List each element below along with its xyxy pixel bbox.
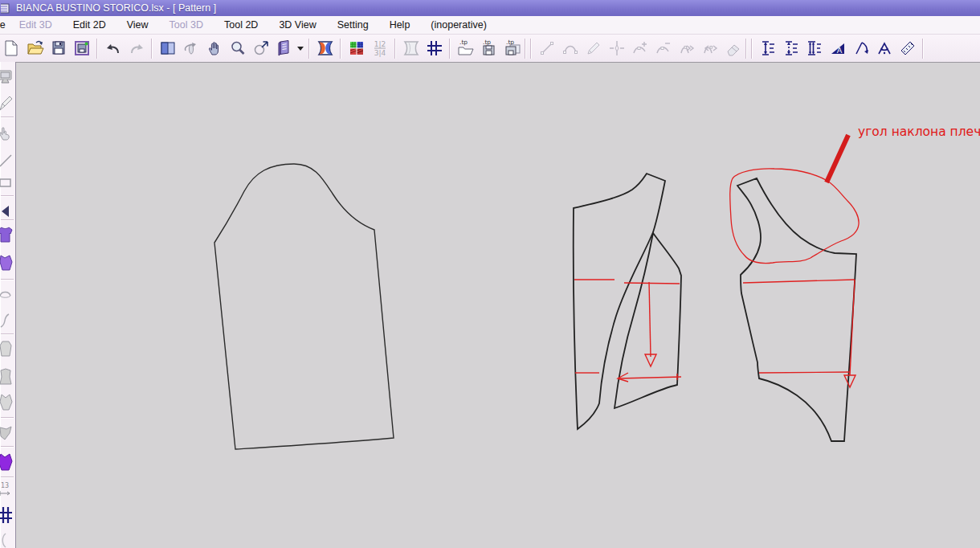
split-view-icon [159,39,177,57]
3d-panel-icon [316,39,334,57]
pattern-book-button[interactable] [272,37,296,59]
quad-view-button[interactable]: 1|2 3|4 [368,37,391,59]
toolbar-separator [96,39,98,59]
add-point-button[interactable] [628,37,651,59]
pan-hand-button[interactable] [202,37,226,59]
menu-item-view[interactable]: View [127,18,149,32]
menu-item-tool-3d[interactable]: Tool 3D [169,18,203,32]
menu-item-tool-2d[interactable]: Tool 2D [224,18,258,32]
main-toolbar: 1|2 3|4 .tp .tp .tp [0,35,980,62]
pattern-piece-front[interactable] [737,178,856,441]
pattern-piece-sleeve[interactable] [214,164,394,449]
sidebar-separator [1,333,14,335]
arc-measure-button[interactable] [872,37,896,59]
menu-item-edit-2d[interactable]: Edit 2D [73,18,106,32]
pointer-hand-icon [0,121,15,144]
measure-vertical-button[interactable] [756,37,779,59]
color-grid-button[interactable] [345,37,368,59]
annotation-text[interactable]: угол наклона плеча [858,125,980,139]
split-curve-icon [701,39,719,57]
rotate-view-button[interactable] [179,37,202,59]
collar-curve-tool-button[interactable] [0,284,15,306]
garment-front-tool-button[interactable] [0,338,15,361]
bracket-curve-tool-button[interactable] [0,530,15,548]
dim-label: 13 [1,482,9,489]
toolbar-separator [394,39,396,59]
pattern-piece-center-back[interactable] [574,174,665,429]
red-shoulder-loop[interactable] [730,169,859,264]
line-draw-tool-button[interactable] [0,149,15,171]
pattern-canvas[interactable]: угол наклона плеча [16,62,980,548]
zoom-button[interactable] [226,37,249,59]
red-pointer-arrow[interactable] [827,135,848,182]
delete-point-icon [655,39,672,57]
shape-tool-button[interactable] [0,422,15,444]
save-button[interactable] [47,37,70,59]
tp-open-button[interactable]: .tp [454,37,477,59]
save-options-icon [73,39,91,57]
pen-tool-button[interactable] [0,92,15,115]
pencil-tool-button[interactable] [582,37,605,59]
color-grid-icon [348,39,365,57]
open-file-button[interactable] [23,37,47,59]
menu-item-help[interactable]: Help [390,18,410,32]
main-area: 13 [0,62,980,548]
menu-item-inoperative[interactable]: (inoperative) [431,18,486,32]
garment-piece-tool-button[interactable] [0,391,15,414]
area-letter: A [836,46,842,55]
pattern-piece-side-back[interactable] [615,233,681,408]
tp-save-button[interactable]: .tp [477,37,500,59]
eraser-button[interactable] [721,37,745,59]
menu-item-3d-view[interactable]: 3D View [279,18,316,32]
rectangle-tool-button[interactable] [0,172,15,194]
pattern-book-dropdown[interactable] [296,37,305,59]
rectangle-icon [0,172,15,194]
split-curve-button[interactable] [698,37,721,59]
grid-button[interactable] [423,37,446,59]
3d-panel-button[interactable] [313,37,337,59]
tp-save-as-button[interactable]: .tp [500,37,524,59]
garment-front-icon [0,338,15,361]
pointer-hand-tool-button[interactable] [0,121,15,144]
curve-tool-button[interactable] [558,37,582,59]
merge-curve-button[interactable] [675,37,698,59]
area-measure-icon: A [829,39,847,57]
menu-item-file-partial[interactable]: le [0,18,6,32]
garment-back-icon [0,366,15,388]
undo-button[interactable] [101,37,125,59]
bodice-3d-tool-button[interactable] [0,252,15,275]
save-options-button[interactable] [70,37,93,59]
monitor-tool-button[interactable] [0,67,15,89]
measure-vertical-dashed-button[interactable] [779,37,802,59]
menu-item-setting[interactable]: Setting [337,18,369,32]
menu-item-edit-3d[interactable]: Edit 3D [19,18,52,32]
split-view-button[interactable] [156,37,179,59]
title-bar[interactable]: BIANCA BUSTINO STORICO.lsx - [ Pattern ] [0,0,980,16]
red-measure-lines[interactable] [574,280,855,387]
toolbar-separator [751,39,753,59]
line-tool-button[interactable] [535,37,558,59]
quad-view-icon: 1|2 3|4 [371,39,389,57]
garment-back-tool-button[interactable] [0,366,15,388]
grid-hash-tool-button[interactable] [0,504,15,526]
point-tool-button[interactable] [605,37,628,59]
area-measure-button[interactable]: A [826,37,849,59]
sidebar-separator [1,279,14,280]
new-document-button[interactable] [0,37,23,59]
sidebar-separator [1,476,14,478]
angle-measure-button[interactable] [849,37,872,59]
bodice-selected-icon [0,451,15,473]
ruler-button[interactable] [896,37,919,59]
zoom-extents-button[interactable] [249,37,272,59]
torso-3d-tool-button[interactable] [0,224,15,247]
bodice-selected-tool-button[interactable] [0,451,15,473]
sidebar-separator [1,195,14,197]
toolbar-separator [922,39,924,59]
redo-button[interactable] [125,37,148,59]
s-curve-tool-button[interactable] [0,309,15,332]
dimension-tool-button[interactable]: 13 [0,480,15,502]
flag-panel-button[interactable] [399,37,423,59]
measure-double-button[interactable] [802,37,826,59]
sidebar-separator [1,117,14,118]
delete-point-button[interactable] [651,37,675,59]
